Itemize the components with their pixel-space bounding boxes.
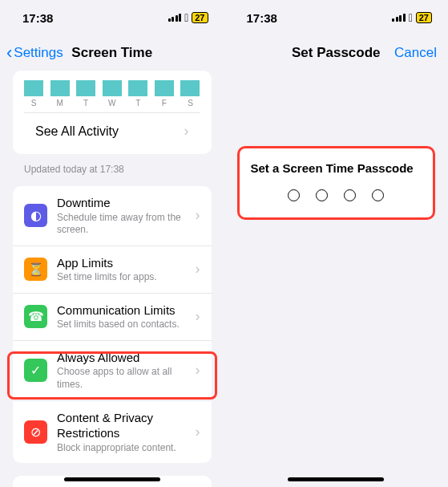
home-indicator[interactable] bbox=[288, 477, 384, 481]
row-subtitle: Block inappropriate content. bbox=[57, 442, 189, 455]
bar-thu bbox=[128, 80, 147, 96]
settings-row-app-limits[interactable]: ⏳App LimitsSet time limits for apps.› bbox=[13, 246, 212, 294]
row-text: DowntimeSchedule time away from the scre… bbox=[57, 195, 189, 237]
passcode-dot bbox=[344, 189, 356, 201]
day-label: T bbox=[128, 99, 147, 108]
page-title: Screen Time bbox=[71, 45, 152, 61]
activity-card[interactable]: S M T W T F S See All Activity › bbox=[13, 71, 212, 154]
row-subtitle: Schedule time away from the screen. bbox=[57, 212, 189, 237]
row-icon: ⊘ bbox=[24, 420, 47, 444]
row-text: Always AllowedChoose apps to allow at al… bbox=[57, 350, 189, 392]
row-subtitle: Set limits based on contacts. bbox=[57, 319, 189, 331]
page-title: Set Passcode bbox=[292, 45, 381, 61]
nav-bar: Set Passcode Cancel bbox=[224, 35, 449, 71]
day-labels: S M T W T F S bbox=[24, 99, 200, 108]
row-subtitle: Set time limits for apps. bbox=[57, 271, 189, 284]
row-icon: ✓ bbox=[24, 359, 47, 382]
row-title: Always Allowed bbox=[57, 350, 189, 366]
back-label: Settings bbox=[14, 45, 63, 61]
back-button[interactable]: ‹ Settings bbox=[6, 43, 63, 63]
cancel-button[interactable]: Cancel bbox=[394, 45, 437, 61]
status-indicators: 􀙇 27 bbox=[392, 11, 432, 24]
settings-row-content-privacy-restrictions[interactable]: ⊘Content & Privacy RestrictionsBlock ina… bbox=[13, 401, 212, 464]
nav-bar: ‹ Settings Screen Time bbox=[0, 35, 224, 71]
chevron-right-icon: › bbox=[196, 424, 200, 440]
chevron-right-icon: › bbox=[196, 308, 200, 325]
day-label: W bbox=[103, 99, 122, 108]
day-label: S bbox=[24, 99, 43, 108]
home-indicator[interactable] bbox=[64, 477, 160, 481]
activity-bars bbox=[24, 77, 200, 96]
wifi-icon: 􀙇 bbox=[409, 11, 413, 24]
status-time: 17:38 bbox=[22, 11, 53, 25]
bar-sat bbox=[180, 80, 200, 96]
chevron-right-icon: › bbox=[196, 261, 200, 278]
row-title: Content & Privacy Restrictions bbox=[57, 410, 189, 441]
row-subtitle: Choose apps to allow at all times. bbox=[57, 366, 189, 391]
status-bar: 17:38 􀙇 27 bbox=[224, 0, 449, 35]
wifi-icon: 􀙇 bbox=[184, 11, 188, 24]
row-title: Downtime bbox=[57, 195, 189, 211]
day-label: F bbox=[155, 99, 174, 108]
see-all-label: See All Activity bbox=[35, 124, 178, 139]
passcode-dots bbox=[251, 189, 422, 201]
passcode-panel: Set a Screen Time Passcode bbox=[237, 146, 436, 220]
row-text: App LimitsSet time limits for apps. bbox=[57, 255, 189, 284]
row-title: App Limits bbox=[57, 255, 189, 271]
cellular-icon bbox=[168, 14, 182, 22]
bar-wed bbox=[103, 80, 122, 96]
chevron-right-icon: › bbox=[184, 123, 189, 140]
row-text: Communication LimitsSet limits based on … bbox=[57, 302, 189, 331]
day-label: S bbox=[180, 99, 200, 108]
chevron-right-icon: › bbox=[196, 207, 200, 224]
row-icon: ☎ bbox=[24, 305, 47, 328]
row-text: Content & Privacy RestrictionsBlock inap… bbox=[57, 410, 189, 455]
passcode-dot bbox=[316, 189, 328, 201]
chevron-right-icon: › bbox=[196, 362, 200, 379]
set-passcode-screen: 17:38 􀙇 27 Set Passcode Cancel Set a Scr… bbox=[224, 0, 449, 487]
settings-row-always-allowed[interactable]: ✓Always AllowedChoose apps to allow at a… bbox=[13, 341, 212, 401]
status-indicators: 􀙇 27 bbox=[168, 11, 208, 24]
battery-indicator: 27 bbox=[416, 12, 432, 23]
day-label: T bbox=[76, 99, 95, 108]
settings-row-communication-limits[interactable]: ☎Communication LimitsSet limits based on… bbox=[13, 294, 212, 341]
settings-row-downtime[interactable]: ◐DowntimeSchedule time away from the scr… bbox=[13, 186, 212, 246]
screen-time-settings: 17:38 􀙇 27 ‹ Settings Screen Time S M T … bbox=[0, 0, 224, 487]
bar-mon bbox=[50, 80, 70, 96]
updated-text: Updated today at 17:38 bbox=[0, 159, 224, 186]
limits-group: ◐DowntimeSchedule time away from the scr… bbox=[13, 186, 212, 463]
cellular-icon bbox=[392, 14, 406, 22]
bar-tue bbox=[76, 80, 95, 96]
row-icon: ⏳ bbox=[24, 258, 47, 281]
passcode-dot bbox=[372, 189, 384, 201]
battery-indicator: 27 bbox=[192, 12, 208, 23]
bar-fri bbox=[155, 80, 174, 96]
row-icon: ◐ bbox=[24, 204, 47, 227]
bar-sun bbox=[24, 80, 43, 96]
status-bar: 17:38 􀙇 27 bbox=[0, 0, 224, 35]
chevron-left-icon: ‹ bbox=[6, 43, 12, 63]
row-title: Communication Limits bbox=[57, 302, 189, 319]
see-all-activity[interactable]: See All Activity › bbox=[24, 112, 200, 149]
status-time: 17:38 bbox=[247, 11, 277, 25]
passcode-prompt: Set a Screen Time Passcode bbox=[251, 161, 422, 175]
day-label: M bbox=[50, 99, 70, 108]
passcode-dot bbox=[288, 189, 300, 201]
